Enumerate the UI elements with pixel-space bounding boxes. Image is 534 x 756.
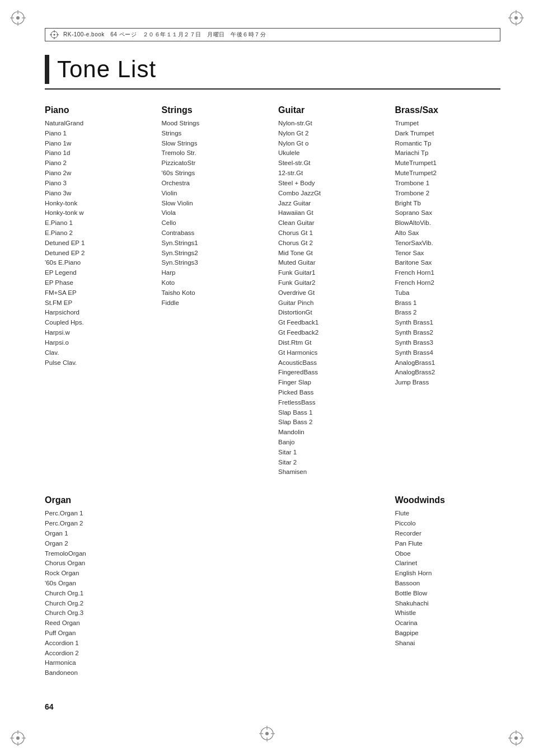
list-item: Piccolo [395, 519, 501, 529]
section-title-piano: Piano [45, 105, 151, 115]
page: RK-100-e.book 64 ページ ２０６年１１月２７日 月曜日 午後６時… [0, 0, 534, 756]
corner-mark-tr [508, 10, 524, 26]
list-item: Mood Strings [162, 119, 268, 129]
list-item: Shamisen [278, 467, 384, 477]
section-guitar: Guitar Nylon-str.GtNylon Gt 2Nylon Gt oU… [278, 105, 384, 477]
list-item: Reed Organ [45, 618, 151, 628]
section-title-guitar: Guitar [278, 105, 384, 115]
list-item: Dark Trumpet [395, 129, 501, 139]
list-item: Funk Guitar1 [278, 268, 384, 278]
section-organ: Organ Perc.Organ 1Perc.Organ 2Organ 1Org… [45, 495, 151, 678]
list-item: Clean Guitar [278, 218, 384, 228]
list-item: Church Org.1 [45, 589, 151, 599]
corner-mark-tl [10, 10, 26, 26]
guitar-list: Nylon-str.GtNylon Gt 2Nylon Gt oUkuleleS… [278, 119, 384, 477]
list-item: Jazz Guitar [278, 199, 384, 209]
list-item: Organ 1 [45, 529, 151, 539]
organ-list: Perc.Organ 1Perc.Organ 2Organ 1Organ 2Tr… [45, 509, 151, 678]
list-item: Gt Feedback2 [278, 328, 384, 338]
list-item: Bagpipe [395, 628, 501, 638]
list-item: French Horn2 [395, 278, 501, 288]
list-item: Trumpet [395, 119, 501, 129]
list-item: Synth Brass3 [395, 338, 501, 348]
list-item: Nylon Gt 2 [278, 129, 384, 139]
empty-col-3 [278, 495, 384, 694]
list-item: Rock Organ [45, 569, 151, 579]
svg-point-7 [514, 16, 518, 20]
list-item: Mariachi Tp [395, 148, 501, 158]
list-item: EP Legend [45, 268, 151, 278]
bottom-center-mark [259, 726, 275, 744]
list-item: Tenor Sax [395, 248, 501, 259]
list-item: Bright Tb [395, 199, 501, 209]
list-item: '60s E.Piano [45, 258, 151, 268]
list-item: '60s Strings [162, 168, 268, 179]
list-item: Harpsi.w [45, 328, 151, 338]
list-item: Slap Bass 2 [278, 417, 384, 428]
list-item: Muted Guitar [278, 258, 384, 268]
list-item: Harp [162, 268, 268, 278]
section-title-strings: Strings [162, 105, 268, 115]
list-item: Brass 2 [395, 308, 501, 318]
list-item: Bandoneon [45, 668, 151, 678]
list-item: Bassoon [395, 579, 501, 589]
list-item: Puff Organ [45, 628, 151, 638]
list-item: AnalogBrass1 [395, 358, 501, 368]
section-title-brass-sax: Brass/Sax [395, 105, 501, 115]
top-content-grid: Piano NaturalGrandPiano 1Piano 1wPiano 1… [45, 105, 500, 493]
list-item: Piano 1d [45, 148, 151, 158]
svg-point-31 [265, 732, 269, 735]
list-item: Harpsi.o [45, 338, 151, 348]
list-item: TenorSaxVib. [395, 238, 501, 248]
list-item: Church Org.3 [45, 608, 151, 618]
list-item: Piano 3w [45, 189, 151, 199]
page-title: Tone List [57, 56, 156, 83]
list-item: Honky-tonk [45, 199, 151, 209]
list-item: Oboe [395, 549, 501, 559]
list-item: French Horn1 [395, 268, 501, 278]
list-item: Chorus Gt 2 [278, 238, 384, 248]
list-item: Mid Tone Gt [278, 248, 384, 259]
list-item: Banjo [278, 438, 384, 448]
list-item: AnalogBrass2 [395, 368, 501, 378]
header-metadata: RK-100-e.book 64 ページ ２０６年１１月２７日 月曜日 午後６時… [63, 31, 266, 39]
list-item: Taisho Koto [162, 288, 268, 298]
list-item: PizzicatoStr [162, 158, 268, 168]
list-item: Organ 2 [45, 539, 151, 549]
svg-point-13 [16, 736, 20, 740]
list-item: Finger Slap [278, 378, 384, 388]
list-item: Ocarina [395, 618, 501, 628]
list-item: Chorus Organ [45, 558, 151, 569]
list-item: Piano 2 [45, 158, 151, 168]
list-item: Clarinet [395, 558, 501, 569]
title-bar-decoration [45, 55, 49, 84]
list-item: Syn.Strings1 [162, 238, 268, 248]
list-item: '60s Organ [45, 579, 151, 589]
bottom-content-grid: Organ Perc.Organ 1Perc.Organ 2Organ 1Org… [45, 495, 500, 694]
list-item: English Horn [395, 569, 501, 579]
list-item: Gt Harmonics [278, 348, 384, 358]
list-item: Piano 1 [45, 129, 151, 139]
list-item: E.Piano 1 [45, 218, 151, 228]
list-item: Flute [395, 509, 501, 519]
list-item: Soprano Sax [395, 208, 501, 218]
list-item: Piano 2w [45, 168, 151, 179]
list-item: Recorder [395, 529, 501, 539]
list-item: BlowAltoVib. [395, 218, 501, 228]
section-brass-sax: Brass/Sax TrumpetDark TrumpetRomantic Tp… [395, 105, 501, 477]
list-item: Slow Violin [162, 199, 268, 209]
list-item: MuteTrumpet2 [395, 168, 501, 179]
list-item: Perc.Organ 1 [45, 509, 151, 519]
section-strings: Strings Mood StringsStringsSlow StringsT… [162, 105, 268, 477]
list-item: Nylon-str.Gt [278, 119, 384, 129]
brass-sax-list: TrumpetDark TrumpetRomantic TpMariachi T… [395, 119, 501, 388]
svg-point-25 [54, 34, 55, 36]
list-item: Syn.Strings3 [162, 258, 268, 268]
list-item: Picked Bass [278, 388, 384, 398]
list-item: Church Org.2 [45, 599, 151, 609]
list-item: 12-str.Gt [278, 168, 384, 179]
list-item: Harmonica [45, 658, 151, 668]
list-item: Shakuhachi [395, 599, 501, 609]
list-item: Synth Brass1 [395, 318, 501, 328]
list-item: Cello [162, 218, 268, 228]
